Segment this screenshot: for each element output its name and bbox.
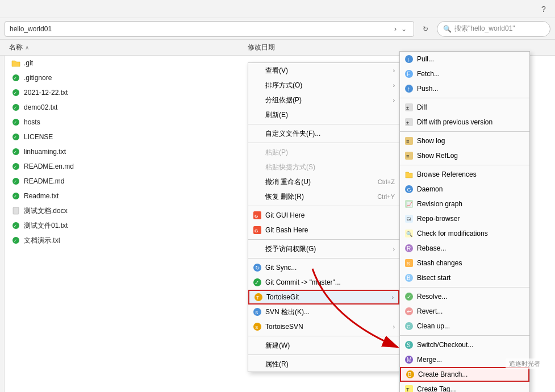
file-icon: ✓ bbox=[11, 221, 20, 230]
file-icon: ✓ bbox=[11, 118, 20, 127]
svg-text:✓: ✓ bbox=[254, 280, 259, 286]
svg-text:✓: ✓ bbox=[14, 106, 17, 110]
menu-item-sort[interactable]: 排序方式(O)› bbox=[248, 78, 399, 93]
submenu-label: Create Tag... bbox=[417, 385, 456, 392]
menu-separator bbox=[248, 239, 399, 240]
menu-item-access[interactable]: 授予访问权限(G)› bbox=[248, 241, 399, 256]
submenu-item-diff[interactable]: ±Diff bbox=[400, 100, 529, 115]
file-icon: ✓ bbox=[11, 88, 20, 97]
file-icon: ✓ bbox=[11, 236, 20, 245]
path-separator: › bbox=[394, 25, 397, 33]
submenu-item-repobrowser[interactable]: 🗂Repo-browser bbox=[400, 211, 529, 226]
svg-text:✓: ✓ bbox=[14, 91, 17, 95]
menu-item-properties[interactable]: 属性(R) bbox=[248, 357, 399, 372]
menu-item-refresh[interactable]: 刷新(E) bbox=[248, 107, 399, 122]
menu-item-icon: T bbox=[254, 293, 263, 302]
menu-item-label: 授予访问权限(G) bbox=[265, 244, 390, 254]
menu-item-icon: ↻ bbox=[253, 263, 262, 272]
menu-item-svnout[interactable]: SSVN 检出(K)... bbox=[248, 305, 399, 319]
menu-item-arrow: › bbox=[392, 294, 394, 301]
menu-item-arrow: › bbox=[393, 246, 395, 252]
help-button[interactable]: ? bbox=[537, 2, 550, 16]
menu-item-new[interactable]: 新建(W)› bbox=[248, 338, 399, 353]
menu-item-label: 新建(W) bbox=[265, 341, 390, 351]
file-icon bbox=[11, 59, 20, 68]
submenu-icon: ↩ bbox=[404, 307, 414, 316]
menu-item-undo[interactable]: 撤消 重命名(U)Ctrl+Z bbox=[248, 174, 399, 189]
submenu-item-bisect[interactable]: BBisect start bbox=[400, 270, 529, 285]
submenu-item-revert[interactable]: ↩Revert... bbox=[400, 304, 529, 319]
search-box[interactable]: 🔍 搜索"hello_world01" bbox=[437, 21, 550, 37]
menu-item-tortoisesvn[interactable]: STortoiseSVN› bbox=[248, 319, 399, 334]
submenu-item-showreflog[interactable]: ≡Show RefLog bbox=[400, 148, 529, 163]
col-name-header[interactable]: 名称 ∧ bbox=[9, 43, 248, 52]
tortoisegit-submenu[interactable]: ↓Pull...FFetch...↑Push...±Diff±Diff with… bbox=[399, 51, 530, 392]
menu-item-gitbash[interactable]: GGit Bash Here bbox=[248, 223, 399, 237]
menu-item-redo[interactable]: 恢复 删除(R)Ctrl+Y bbox=[248, 189, 399, 204]
file-icon: ✓ bbox=[11, 162, 20, 171]
submenu-item-resolve[interactable]: ✓Resolve... bbox=[400, 289, 529, 304]
submenu-item-showlog[interactable]: ≡Show log bbox=[400, 134, 529, 148]
submenu-icon: ≡ bbox=[404, 136, 414, 145]
submenu-item-rebase[interactable]: RRebase... bbox=[400, 241, 529, 256]
menu-item-label: 撤消 重命名(U) bbox=[265, 177, 374, 187]
menu-item-label: 属性(R) bbox=[265, 360, 395, 369]
submenu-icon: ≡ bbox=[404, 151, 414, 160]
menu-item-view[interactable]: 查看(V)› bbox=[248, 63, 399, 78]
search-icon: 🔍 bbox=[443, 25, 452, 33]
menu-item-icon: ✓ bbox=[253, 278, 262, 287]
submenu-item-revgraph[interactable]: 📈Revision graph bbox=[400, 197, 529, 211]
menu-item-icon: S bbox=[253, 322, 262, 331]
path-dropdown[interactable]: ⌄ bbox=[399, 25, 409, 33]
submenu-label: Stash changes bbox=[417, 259, 462, 267]
submenu-item-daemon[interactable]: GDaemon bbox=[400, 182, 529, 197]
context-menu[interactable]: 查看(V)›排序方式(O)›分组依据(P)›刷新(E)自定义文件夹(F)...粘… bbox=[248, 62, 400, 372]
svg-text:≡: ≡ bbox=[406, 139, 409, 144]
submenu-icon bbox=[404, 170, 414, 179]
menu-item-arrow: › bbox=[393, 82, 395, 89]
svg-text:↓: ↓ bbox=[407, 56, 411, 62]
submenu-icon: B bbox=[404, 273, 414, 282]
menu-item-arrow: › bbox=[393, 343, 395, 349]
submenu-item-switchcheckout[interactable]: SSwitch/Checkout... bbox=[400, 337, 529, 352]
submenu-icon: 📈 bbox=[404, 199, 414, 208]
address-path[interactable]: hello_world01 › ⌄ bbox=[5, 21, 414, 37]
menu-item-icon bbox=[253, 129, 262, 138]
menu-item-group[interactable]: 分组依据(P)› bbox=[248, 93, 399, 107]
submenu-item-push[interactable]: ↑Push... bbox=[400, 81, 529, 96]
menu-item-gitsync[interactable]: ↻Git Sync... bbox=[248, 260, 399, 275]
menu-item-label: Git Sync... bbox=[265, 264, 395, 272]
menu-item-gitgui[interactable]: GGit GUI Here bbox=[248, 208, 399, 223]
menu-item-gitcommit[interactable]: ✓Git Commit -> "master"... bbox=[248, 275, 399, 290]
submenu-item-cleanup[interactable]: CClean up... bbox=[400, 319, 529, 333]
svg-text:🗂: 🗂 bbox=[406, 216, 411, 222]
submenu-item-browserefs[interactable]: Browse References bbox=[400, 167, 529, 182]
menu-item-label: TortoiseSVN bbox=[265, 323, 390, 331]
submenu-label: Bisect start bbox=[417, 274, 450, 282]
menu-item-label: 粘贴(P) bbox=[265, 148, 395, 157]
menu-item-label: 查看(V) bbox=[265, 66, 390, 76]
submenu-icon: ± bbox=[404, 118, 414, 127]
submenu-icon: ✓ bbox=[404, 292, 414, 301]
svg-text:B: B bbox=[408, 372, 412, 378]
address-bar: hello_world01 › ⌄ ↻ 🔍 搜索"hello_world01" bbox=[0, 18, 555, 40]
menu-item-arrow: › bbox=[393, 324, 395, 330]
submenu-label: Switch/Checkout... bbox=[417, 341, 473, 349]
submenu-label: Show RefLog bbox=[417, 152, 458, 160]
submenu-item-checkmod[interactable]: 🔍Check for modifications bbox=[400, 226, 529, 241]
submenu-item-diffprev[interactable]: ±Diff with previous version bbox=[400, 115, 529, 130]
refresh-button[interactable]: ↻ bbox=[418, 21, 433, 37]
submenu-icon: ↑ bbox=[404, 84, 414, 93]
menu-item-tortoisegit[interactable]: TTortoiseGit› bbox=[248, 290, 399, 305]
submenu-item-fetch[interactable]: FFetch... bbox=[400, 66, 529, 81]
svg-text:✓: ✓ bbox=[14, 76, 17, 80]
menu-item-label: 分组依据(P) bbox=[265, 95, 390, 105]
nav-panel bbox=[0, 56, 5, 392]
menu-item-customize[interactable]: 自定义文件夹(F)... bbox=[248, 126, 399, 141]
submenu-item-pull[interactable]: ↓Pull... bbox=[400, 52, 529, 66]
submenu-icon: M bbox=[404, 355, 414, 364]
svg-text:T: T bbox=[406, 387, 410, 392]
submenu-item-createtag[interactable]: TCreate Tag... bbox=[400, 382, 529, 392]
menu-item-arrow: › bbox=[393, 68, 395, 74]
submenu-item-stash[interactable]: SStash changes bbox=[400, 256, 529, 270]
